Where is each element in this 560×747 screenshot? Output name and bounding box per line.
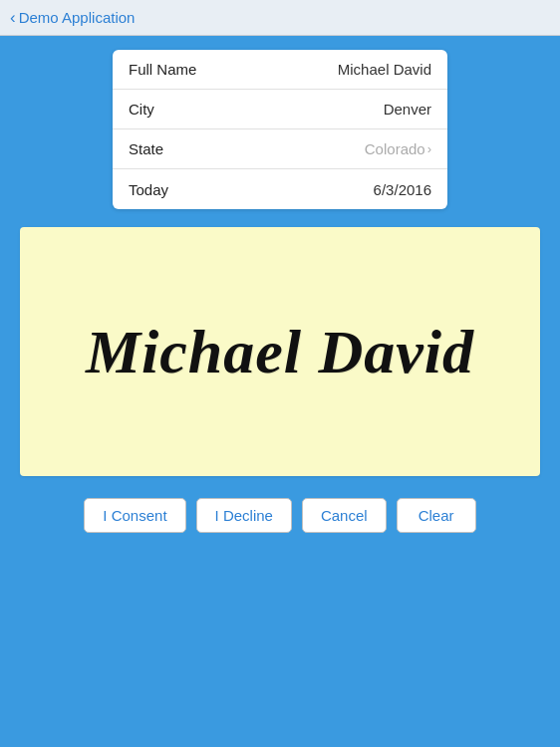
- value-today: 6/3/2016: [374, 181, 431, 198]
- value-city: Denver: [384, 101, 431, 118]
- signature-pad[interactable]: Michael David: [20, 227, 540, 476]
- nav-bar: ‹ Demo Application: [0, 0, 560, 36]
- label-fullname: Full Name: [129, 61, 196, 78]
- info-row-state[interactable]: State Colorado ›: [113, 129, 447, 169]
- clear-button[interactable]: Clear: [397, 498, 476, 533]
- action-buttons-row: I Consent I Decline Cancel Clear: [0, 498, 560, 533]
- signature-text: Michael David: [86, 317, 474, 387]
- value-state: Colorado ›: [365, 140, 431, 157]
- value-fullname: Michael David: [338, 61, 431, 78]
- label-city: City: [129, 101, 154, 118]
- back-chevron-icon: ‹: [10, 8, 16, 28]
- info-row-fullname: Full Name Michael David: [113, 50, 447, 90]
- i-decline-button[interactable]: I Decline: [196, 498, 292, 533]
- label-state: State: [129, 140, 163, 157]
- nav-back-label: Demo Application: [19, 9, 136, 26]
- nav-back-button[interactable]: ‹ Demo Application: [10, 8, 135, 28]
- cancel-button[interactable]: Cancel: [302, 498, 387, 533]
- info-row-today: Today 6/3/2016: [113, 169, 447, 209]
- info-card: Full Name Michael David City Denver Stat…: [113, 50, 447, 209]
- state-value-text: Colorado: [365, 140, 425, 157]
- info-row-city: City Denver: [113, 90, 447, 129]
- label-today: Today: [129, 181, 168, 198]
- state-chevron-icon: ›: [427, 141, 431, 156]
- i-consent-button[interactable]: I Consent: [84, 498, 185, 533]
